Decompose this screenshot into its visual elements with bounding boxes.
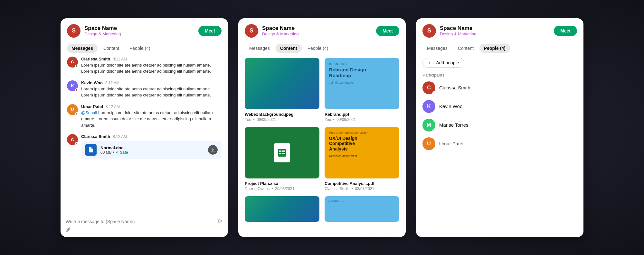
message-time-2: 8:12 AM	[105, 81, 119, 85]
file-name-project: Project Plan.xlsx	[245, 181, 319, 186]
file-meta-competitive: Clarissa Smith • 03/08/2021	[325, 187, 399, 191]
avatar-marise-people: M	[422, 119, 435, 132]
tab-people-1[interactable]: People (4)	[125, 44, 155, 53]
space-subtitle-2: Design & Marketing	[262, 32, 372, 36]
message-sender-2: Kevin Woo	[81, 80, 103, 85]
svg-rect-1	[90, 150, 91, 151]
attach-icon[interactable]	[66, 227, 71, 232]
content-thumb-competitive: PRODUCT DEVELOPMENT UX/UI DesignCompetit…	[325, 127, 399, 178]
message-time-3: 8:12 AM	[106, 105, 120, 109]
project-thumb	[245, 127, 319, 178]
file-attachment[interactable]: Normal.doc 00 MB • ✓ Safe	[81, 141, 222, 159]
online-indicator	[75, 142, 78, 145]
tab-messages-2[interactable]: Messages	[245, 44, 274, 53]
person-item-marise: M Marise Torres	[422, 119, 577, 132]
content-item-partial1[interactable]	[245, 196, 319, 224]
attach-row	[66, 225, 223, 233]
message-item: U Umar Patel 8:12 AM @Sonali Lorem ipsum…	[67, 104, 222, 129]
safe-badge: ✓ Safe	[116, 150, 128, 155]
message-item: K Kevin Woo 8:12 AM Lorem ipsum dolor si…	[67, 80, 222, 98]
message-text-1: Lorem ipsum dolor site ate aetns ctetuer…	[81, 62, 222, 75]
online-dot-marise	[432, 129, 435, 132]
space-name-3: Space Name	[440, 25, 550, 32]
content-item-webex[interactable]: Webex Background.jpeg You • 09/09/2021	[245, 58, 319, 122]
space-name-2: Space Name	[262, 25, 372, 32]
person-item-kevin: K Kevin Woo	[422, 100, 577, 113]
competitive-label: PRODUCT DEVELOPMENT	[329, 132, 395, 134]
file-icon	[85, 144, 97, 156]
svg-rect-0	[90, 150, 92, 150]
mention-sonali: @Sonali	[81, 110, 97, 115]
content-item-project[interactable]: Project Plan.xlsx Darren Owens • 20/08/2…	[245, 127, 319, 191]
rebrand-subtitle: Join the adventure.	[329, 81, 395, 84]
space-info-3: Space Name Design & Marketing	[440, 25, 550, 36]
avatar-clarissa-2: C	[67, 134, 78, 145]
message-item: C Clarissa Smith 8:12 AM Normal.doc 00 M…	[67, 134, 222, 159]
file-info: Normal.doc 00 MB • ✓ Safe	[100, 145, 204, 155]
tabs-2: Messages Content People (4)	[238, 41, 406, 53]
content-item-competitive[interactable]: PRODUCT DEVELOPMENT UX/UI DesignCompetit…	[325, 127, 399, 191]
tab-content-1[interactable]: Content	[99, 44, 124, 53]
avatar-clarissa-people: C	[422, 81, 435, 94]
meet-button-3[interactable]: Meet	[554, 26, 577, 36]
space-subtitle-1: Design & Marketing	[84, 32, 194, 36]
file-dot-separator: •	[113, 150, 114, 155]
message-sender-1: Clarissa Smith	[81, 57, 110, 61]
space-info-2: Space Name Design & Marketing	[262, 25, 372, 36]
tab-content-3[interactable]: Content	[453, 44, 478, 53]
message-sender-3: Umar Patel	[81, 104, 103, 109]
add-people-button[interactable]: + + Add people	[422, 58, 464, 68]
file-meta-project: Darren Owens • 20/08/2021	[245, 187, 319, 191]
person-name-umar: Umar Patel	[439, 141, 463, 146]
content-item-partial2[interactable]: BRANDING	[325, 196, 399, 224]
send-button[interactable]	[217, 218, 223, 225]
file-size: 00 MB	[100, 150, 112, 155]
meet-button-2[interactable]: Meet	[376, 26, 399, 36]
download-icon	[211, 148, 215, 152]
meet-button-1[interactable]: Meet	[198, 26, 222, 36]
content-thumb-partial1	[245, 196, 319, 222]
panel2-header: S Space Name Design & Marketing Meet	[238, 18, 406, 41]
message-text-2: Lorem ipsum dolor site ate aetns ctetuer…	[81, 86, 222, 98]
message-body-1: Clarissa Smith 8:12 AM Lorem ipsum dolor…	[81, 57, 222, 75]
add-people-plus: +	[428, 60, 431, 65]
avatar-kevin-1: K	[67, 80, 78, 91]
message-body-3: Umar Patel 8:12 AM @Sonali Lorem ipsum d…	[81, 104, 222, 129]
svg-rect-4	[282, 150, 285, 152]
message-input[interactable]	[66, 219, 214, 224]
file-name: Normal.doc	[100, 145, 204, 150]
tab-people-2[interactable]: People (4)	[303, 44, 333, 53]
tab-content-2[interactable]: Content	[276, 44, 302, 53]
add-people-label: + Add people	[432, 60, 459, 65]
offline-indicator	[75, 88, 78, 91]
message-meta-2: Kevin Woo 8:12 AM	[81, 80, 222, 85]
person-name-clarissa: Clarissa Smith	[439, 85, 470, 90]
space-avatar-3: S	[422, 24, 436, 38]
space-name-1: Space Name	[84, 25, 194, 32]
message-time-1: 8:12 AM	[113, 57, 127, 61]
space-avatar-1: S	[67, 24, 80, 38]
avatar-umar-people: U	[422, 137, 435, 150]
online-dot-clarissa	[432, 91, 435, 94]
tab-messages-3[interactable]: Messages	[422, 44, 452, 53]
send-icon	[217, 218, 223, 224]
space-subtitle-3: Design & Marketing	[440, 32, 550, 36]
panel1-header: S Space Name Design & Marketing Meet	[61, 18, 228, 41]
tab-messages-1[interactable]: Messages	[67, 44, 98, 53]
avatar-kevin-people: K	[422, 100, 435, 113]
person-item-umar: U Umar Patel	[422, 137, 577, 150]
spreadsheet-icon	[278, 148, 287, 157]
tabs-1: Messages Content People (4)	[61, 41, 228, 53]
tab-people-3[interactable]: People (4)	[479, 44, 510, 53]
content-thumb-webex	[245, 58, 319, 109]
message-body-4: Clarissa Smith 8:12 AM Normal.doc 00 MB …	[81, 134, 222, 159]
partial-blue2-thumb: BRANDING	[325, 196, 399, 222]
content-item-rebrand[interactable]: BRANDING Rebrand DesignRoadmap Join the …	[325, 58, 399, 122]
competitive-sub: Research department.	[329, 154, 395, 158]
offline-indicator	[75, 112, 78, 115]
branding-label2: BRANDING	[328, 199, 396, 202]
space-avatar-2: S	[245, 24, 258, 38]
message-sender-4: Clarissa Smith	[81, 134, 110, 139]
person-item-clarissa: C Clarissa Smith	[422, 81, 577, 94]
download-button[interactable]	[208, 145, 218, 155]
